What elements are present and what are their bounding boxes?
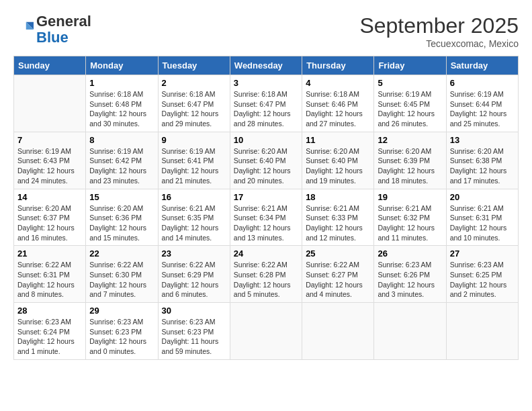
day-number: 30 <box>162 306 226 316</box>
day-number: 24 <box>234 248 298 259</box>
day-number: 10 <box>234 135 298 145</box>
calendar-day-cell: 3Sunrise: 6:18 AM Sunset: 6:47 PM Daylig… <box>230 75 302 132</box>
title-block: September 2025 Tecuexcomac, Mexico <box>359 13 519 49</box>
day-number: 27 <box>450 248 515 259</box>
day-info: Sunrise: 6:20 AM Sunset: 6:39 PM Dayligh… <box>378 146 442 186</box>
calendar-day-cell: 23Sunrise: 6:22 AM Sunset: 6:29 PM Dayli… <box>158 246 230 303</box>
day-number: 5 <box>378 78 442 88</box>
day-info: Sunrise: 6:18 AM Sunset: 6:47 PM Dayligh… <box>162 89 226 129</box>
calendar-day-cell <box>14 75 86 132</box>
calendar-day-cell: 21Sunrise: 6:22 AM Sunset: 6:31 PM Dayli… <box>14 246 86 303</box>
day-info: Sunrise: 6:21 AM Sunset: 6:31 PM Dayligh… <box>450 203 515 243</box>
day-info: Sunrise: 6:19 AM Sunset: 6:44 PM Dayligh… <box>450 89 515 129</box>
day-info: Sunrise: 6:18 AM Sunset: 6:47 PM Dayligh… <box>234 89 298 129</box>
day-info: Sunrise: 6:21 AM Sunset: 6:34 PM Dayligh… <box>234 203 298 243</box>
calendar-week-row: 14Sunrise: 6:20 AM Sunset: 6:37 PM Dayli… <box>14 189 519 246</box>
day-info: Sunrise: 6:18 AM Sunset: 6:48 PM Dayligh… <box>89 89 154 129</box>
location-subtitle: Tecuexcomac, Mexico <box>359 38 519 49</box>
day-number: 8 <box>89 135 154 145</box>
calendar-week-row: 1Sunrise: 6:18 AM Sunset: 6:48 PM Daylig… <box>14 75 519 132</box>
day-number: 12 <box>378 135 442 145</box>
day-info: Sunrise: 6:23 AM Sunset: 6:24 PM Dayligh… <box>17 317 82 357</box>
day-number: 21 <box>17 248 82 259</box>
calendar-day-cell: 11Sunrise: 6:20 AM Sunset: 6:40 PM Dayli… <box>302 132 374 189</box>
day-of-week-header: Saturday <box>446 56 518 75</box>
day-info: Sunrise: 6:21 AM Sunset: 6:35 PM Dayligh… <box>162 203 226 243</box>
logo-icon <box>13 19 34 40</box>
calendar-day-cell: 8Sunrise: 6:19 AM Sunset: 6:42 PM Daylig… <box>86 132 158 189</box>
day-of-week-header: Tuesday <box>158 56 230 75</box>
day-number: 23 <box>162 248 226 259</box>
day-number: 17 <box>234 192 298 202</box>
calendar-day-cell: 5Sunrise: 6:19 AM Sunset: 6:45 PM Daylig… <box>374 75 446 132</box>
calendar-day-cell: 20Sunrise: 6:21 AM Sunset: 6:31 PM Dayli… <box>446 189 518 246</box>
day-number: 11 <box>306 135 370 145</box>
calendar-day-cell <box>302 303 374 360</box>
day-number: 4 <box>306 78 370 88</box>
day-info: Sunrise: 6:20 AM Sunset: 6:36 PM Dayligh… <box>89 203 154 243</box>
day-info: Sunrise: 6:22 AM Sunset: 6:29 PM Dayligh… <box>162 260 226 300</box>
calendar-day-cell: 16Sunrise: 6:21 AM Sunset: 6:35 PM Dayli… <box>158 189 230 246</box>
day-number: 6 <box>450 78 515 88</box>
day-number: 3 <box>234 78 298 88</box>
day-of-week-header: Wednesday <box>230 56 302 75</box>
day-info: Sunrise: 6:19 AM Sunset: 6:45 PM Dayligh… <box>378 89 442 129</box>
day-number: 9 <box>162 135 226 145</box>
day-info: Sunrise: 6:20 AM Sunset: 6:37 PM Dayligh… <box>17 203 82 243</box>
calendar-day-cell: 13Sunrise: 6:20 AM Sunset: 6:38 PM Dayli… <box>446 132 518 189</box>
day-info: Sunrise: 6:19 AM Sunset: 6:42 PM Dayligh… <box>89 146 154 186</box>
day-of-week-header: Monday <box>86 56 158 75</box>
day-info: Sunrise: 6:20 AM Sunset: 6:38 PM Dayligh… <box>450 146 515 186</box>
day-info: Sunrise: 6:22 AM Sunset: 6:27 PM Dayligh… <box>306 260 370 300</box>
day-info: Sunrise: 6:18 AM Sunset: 6:46 PM Dayligh… <box>306 89 370 129</box>
calendar-day-cell: 28Sunrise: 6:23 AM Sunset: 6:24 PM Dayli… <box>14 303 86 360</box>
page-header: General Blue September 2025 Tecuexcomac,… <box>13 13 519 49</box>
calendar-day-cell: 27Sunrise: 6:23 AM Sunset: 6:25 PM Dayli… <box>446 246 518 303</box>
logo-text: General Blue <box>36 13 91 46</box>
calendar-day-cell: 10Sunrise: 6:20 AM Sunset: 6:40 PM Dayli… <box>230 132 302 189</box>
day-of-week-header: Thursday <box>302 56 374 75</box>
calendar-table: SundayMondayTuesdayWednesdayThursdayFrid… <box>13 56 519 360</box>
day-number: 25 <box>306 248 370 259</box>
calendar-header-row: SundayMondayTuesdayWednesdayThursdayFrid… <box>14 56 519 75</box>
day-number: 28 <box>17 306 82 316</box>
day-number: 2 <box>162 78 226 88</box>
day-info: Sunrise: 6:21 AM Sunset: 6:32 PM Dayligh… <box>378 203 442 243</box>
calendar-day-cell: 9Sunrise: 6:19 AM Sunset: 6:41 PM Daylig… <box>158 132 230 189</box>
day-info: Sunrise: 6:23 AM Sunset: 6:26 PM Dayligh… <box>378 260 442 300</box>
calendar-body: 1Sunrise: 6:18 AM Sunset: 6:48 PM Daylig… <box>14 75 519 360</box>
calendar-week-row: 28Sunrise: 6:23 AM Sunset: 6:24 PM Dayli… <box>14 303 519 360</box>
calendar-day-cell <box>374 303 446 360</box>
day-number: 16 <box>162 192 226 202</box>
day-number: 13 <box>450 135 515 145</box>
calendar-day-cell: 12Sunrise: 6:20 AM Sunset: 6:39 PM Dayli… <box>374 132 446 189</box>
day-info: Sunrise: 6:22 AM Sunset: 6:30 PM Dayligh… <box>89 260 154 300</box>
day-number: 15 <box>89 192 154 202</box>
day-info: Sunrise: 6:23 AM Sunset: 6:23 PM Dayligh… <box>162 317 226 357</box>
day-info: Sunrise: 6:23 AM Sunset: 6:25 PM Dayligh… <box>450 260 515 300</box>
calendar-day-cell: 7Sunrise: 6:19 AM Sunset: 6:43 PM Daylig… <box>14 132 86 189</box>
calendar-day-cell: 29Sunrise: 6:23 AM Sunset: 6:23 PM Dayli… <box>86 303 158 360</box>
day-of-week-header: Sunday <box>14 56 86 75</box>
calendar-day-cell: 26Sunrise: 6:23 AM Sunset: 6:26 PM Dayli… <box>374 246 446 303</box>
day-number: 29 <box>89 306 154 316</box>
day-info: Sunrise: 6:21 AM Sunset: 6:33 PM Dayligh… <box>306 203 370 243</box>
calendar-day-cell: 1Sunrise: 6:18 AM Sunset: 6:48 PM Daylig… <box>86 75 158 132</box>
calendar-day-cell: 19Sunrise: 6:21 AM Sunset: 6:32 PM Dayli… <box>374 189 446 246</box>
calendar-day-cell: 2Sunrise: 6:18 AM Sunset: 6:47 PM Daylig… <box>158 75 230 132</box>
day-info: Sunrise: 6:22 AM Sunset: 6:31 PM Dayligh… <box>17 260 82 300</box>
calendar-week-row: 7Sunrise: 6:19 AM Sunset: 6:43 PM Daylig… <box>14 132 519 189</box>
day-info: Sunrise: 6:19 AM Sunset: 6:41 PM Dayligh… <box>162 146 226 186</box>
day-of-week-header: Friday <box>374 56 446 75</box>
calendar-day-cell: 17Sunrise: 6:21 AM Sunset: 6:34 PM Dayli… <box>230 189 302 246</box>
day-info: Sunrise: 6:23 AM Sunset: 6:23 PM Dayligh… <box>89 317 154 357</box>
calendar-day-cell <box>230 303 302 360</box>
day-number: 20 <box>450 192 515 202</box>
day-number: 22 <box>89 248 154 259</box>
day-number: 18 <box>306 192 370 202</box>
calendar-day-cell: 6Sunrise: 6:19 AM Sunset: 6:44 PM Daylig… <box>446 75 518 132</box>
calendar-day-cell: 25Sunrise: 6:22 AM Sunset: 6:27 PM Dayli… <box>302 246 374 303</box>
calendar-day-cell: 24Sunrise: 6:22 AM Sunset: 6:28 PM Dayli… <box>230 246 302 303</box>
day-number: 26 <box>378 248 442 259</box>
day-info: Sunrise: 6:19 AM Sunset: 6:43 PM Dayligh… <box>17 146 82 186</box>
